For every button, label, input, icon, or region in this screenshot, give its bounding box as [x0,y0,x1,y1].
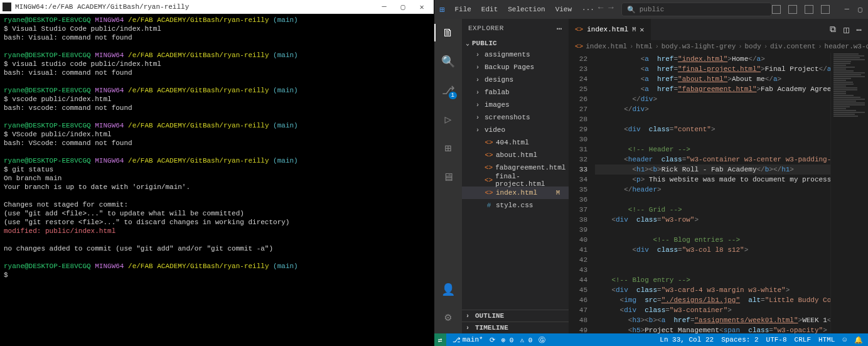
vscode-window: ⊞ File Edit Selection View ··· ← → 🔍 pub… [434,0,868,346]
terminal-title: MINGW64:/e/FAB ACADEMY/GitBash/ryan-reil… [15,3,189,11]
file-index-html[interactable]: <>index.htmlM [462,187,569,199]
line-number-gutter: 2223242526272829303132333435363738394041… [569,53,595,333]
workspace-root[interactable]: ⌄PUBLIC [462,38,569,48]
git-branch-status[interactable]: ⎇ main* [453,336,483,344]
terminal-output[interactable]: ryane@DESKTOP-EE8VCGQ MINGW64 /e/FAB ACA… [0,14,434,346]
explorer-sidebar: EXPLORER ⋯ ⌄PUBLIC ›assignments›Backup P… [462,19,569,333]
window-minimize-button[interactable]: — [845,5,849,14]
menu-more[interactable]: ··· [578,6,598,13]
menu-file[interactable]: File [451,6,474,13]
extensions-tab-icon[interactable]: ⊞ [441,141,456,156]
layout-sidebar-left-icon[interactable] [772,5,781,14]
port-status[interactable]: Ⓖ [538,335,545,345]
settings-gear-icon[interactable]: ⚙ [441,310,456,325]
notifications-icon[interactable]: 🔔 [854,336,863,344]
folder-assignments[interactable]: ›assignments [462,48,569,61]
breadcrumb[interactable]: <> index.html›html›body.w3-light-grey›bo… [569,40,868,53]
folder-screenshots[interactable]: ›screenshots [462,111,569,124]
folder-backup-pages[interactable]: ›Backup Pages [462,61,569,73]
folder-fablab[interactable]: ›fablab [462,86,569,99]
explorer-more-icon[interactable]: ⋯ [557,23,562,34]
breadcrumb-file-icon: <> [575,43,583,50]
split-editor-icon[interactable]: ◫ [844,24,849,35]
timeline-section[interactable]: ›TIMELINE [462,322,569,333]
folder-video[interactable]: ›video [462,124,569,136]
editor-more-icon[interactable]: ⋯ [857,24,862,35]
terminal-icon [3,3,11,11]
layout-sidebar-right-icon[interactable] [805,5,813,14]
warnings-status[interactable]: ⚠ 0 [520,336,532,344]
scm-badge: 1 [449,92,457,99]
minimize-button[interactable]: — [375,0,394,14]
search-icon: 🔍 [627,6,636,14]
terminal-window: MINGW64:/e/FAB ACADEMY/GitBash/ryan-reil… [0,0,434,346]
menu-edit[interactable]: Edit [478,6,501,13]
encoding-status[interactable]: UTF-8 [766,336,787,344]
layout-customize-icon[interactable] [821,5,830,14]
window-maximize-button[interactable]: ▢ [858,5,862,14]
vscode-logo-icon: ⊞ [439,4,444,15]
menu-selection[interactable]: Selection [504,6,549,13]
file-final-project-html[interactable]: <>final-project.html [462,174,569,187]
menu-view[interactable]: View [552,6,576,13]
file-fabagreement-html[interactable]: <>fabagreement.html [462,161,569,174]
nav-forward-icon[interactable]: → [608,3,613,16]
breadcrumb-segment[interactable]: html [636,43,652,50]
code-content[interactable]: <a href="index.html">Home</a> <a href="f… [595,53,830,333]
close-button[interactable]: ✕ [412,0,431,14]
compare-changes-icon[interactable]: ⧉ [830,24,836,35]
search-placeholder: public [640,6,665,13]
sync-status[interactable]: ⟳ [490,336,495,344]
folder-images[interactable]: ›images [462,99,569,111]
breadcrumb-segment[interactable]: body [745,43,761,50]
tab-close-icon[interactable]: ✕ [640,25,644,35]
breadcrumb-segment[interactable]: index.html [586,43,627,50]
eol-status[interactable]: CRLF [795,336,811,344]
breadcrumb-segment[interactable]: header.w3-container.w3-cente [825,43,868,50]
remote-indicator[interactable]: ⇄ [434,333,446,346]
breadcrumb-segment[interactable]: div.content [770,43,816,50]
layout-panel-icon[interactable] [788,5,797,14]
activity-bar: 🗎 🔍 ⎇1 ▷ ⊞ 🖥 👤 ⚙ [434,19,462,333]
terminal-titlebar: MINGW64:/e/FAB ACADEMY/GitBash/ryan-reil… [0,0,434,14]
explorer-label: EXPLORER [468,24,504,32]
file-style-css[interactable]: #style.css [462,199,569,212]
file-404-html[interactable]: <>404.html [462,136,569,149]
nav-back-icon[interactable]: ← [598,3,603,16]
language-mode[interactable]: HTML [818,336,835,344]
search-tab-icon[interactable]: 🔍 [441,54,456,69]
title-bar: ⊞ File Edit Selection View ··· ← → 🔍 pub… [434,0,868,19]
tab-bar: <> index.html M ✕ ⧉ ◫ ⋯ [569,19,868,40]
indentation-status[interactable]: Spaces: 2 [721,336,758,344]
explorer-tab-icon[interactable]: 🗎 [441,25,456,40]
html-file-icon: <> [575,26,583,33]
errors-status[interactable]: ⊗ 0 [501,336,514,344]
breadcrumb-segment[interactable]: body.w3-light-grey [662,43,736,50]
outline-section[interactable]: ›OUTLINE [462,310,569,322]
tab-modified-indicator: M [632,26,636,33]
file-about-html[interactable]: <>about.html [462,149,569,161]
remote-explorer-icon[interactable]: 🖥 [441,170,456,185]
maximize-button[interactable]: ▢ [394,0,412,14]
cursor-position[interactable]: Ln 33, Col 22 [660,336,714,344]
debug-tab-icon[interactable]: ▷ [441,112,456,127]
minimap[interactable] [830,53,868,333]
code-editor[interactable]: 2223242526272829303132333435363738394041… [569,53,868,333]
tab-label: index.html [587,26,628,33]
folder-designs[interactable]: ›designs [462,73,569,86]
source-control-tab-icon[interactable]: ⎇1 [441,83,456,98]
account-icon[interactable]: 👤 [441,282,456,297]
status-bar: ⇄ ⎇ main* ⟳ ⊗ 0 ⚠ 0 Ⓖ Ln 33, Col 22 Spac… [434,333,868,346]
editor-area: <> index.html M ✕ ⧉ ◫ ⋯ <> index.html›ht… [569,19,868,333]
feedback-icon[interactable]: ☺ [842,336,847,344]
tab-index-html[interactable]: <> index.html M ✕ [569,19,651,40]
command-center-search[interactable]: 🔍 public [621,3,772,16]
